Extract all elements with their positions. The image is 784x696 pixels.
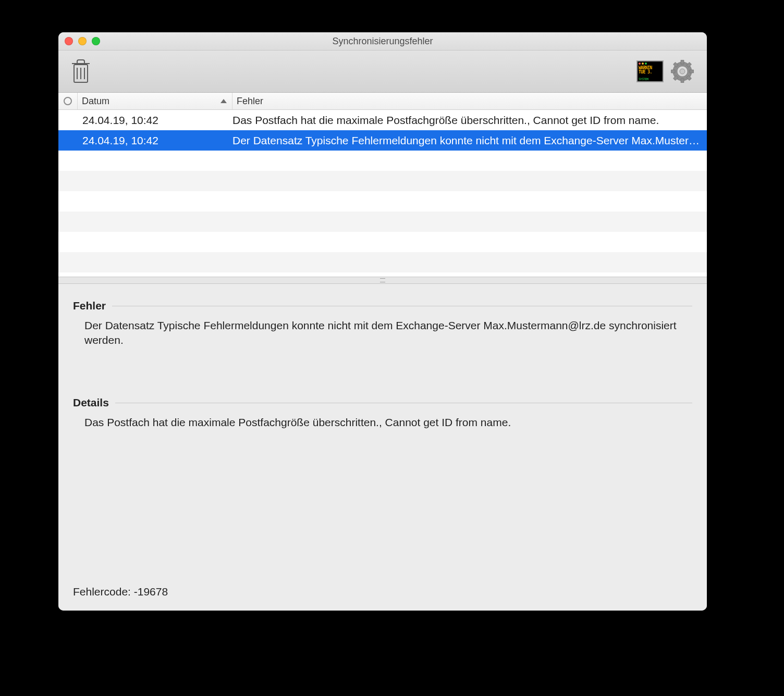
table-row-empty: [58, 272, 707, 277]
zoom-window-button[interactable]: [92, 37, 100, 45]
table-row-empty: [58, 171, 707, 191]
column-header-date[interactable]: Datum: [78, 93, 232, 109]
splitter-grip-icon: [380, 278, 385, 282]
sync-errors-window: Synchronisierungsfehler WARNINTUE 3. SYS: [58, 32, 707, 611]
column-header-status[interactable]: [58, 93, 78, 109]
titlebar: Synchronisierungsfehler: [58, 32, 707, 51]
error-code-label: Fehlercode:: [73, 586, 131, 598]
error-section-label-text: Fehler: [73, 300, 106, 312]
table-row-empty: [58, 151, 707, 171]
window-title: Synchronisierungsfehler: [58, 36, 707, 47]
table-header: Datum Fehler: [58, 93, 707, 110]
svg-rect-5: [681, 79, 684, 83]
sort-ascending-icon: [220, 99, 227, 103]
settings-button[interactable]: [667, 56, 697, 86]
svg-rect-4: [681, 60, 684, 64]
cell-date: 24.04.19, 10:42: [77, 134, 227, 147]
divider: [115, 403, 692, 403]
divider: [112, 306, 692, 306]
warning-log-icon: WARNINTUE 3. SYSTEM: [636, 60, 664, 82]
table-row-empty: [58, 252, 707, 272]
cell-error: Der Datensatz Typische Fehlermeldungen k…: [227, 134, 707, 147]
details-section-label: Details: [73, 396, 692, 409]
table-row[interactable]: 24.04.19, 10:42Das Postfach hat die maxi…: [58, 110, 707, 130]
error-code-value: -19678: [134, 586, 168, 598]
column-header-date-label: Datum: [82, 96, 109, 107]
system-log-button[interactable]: WARNINTUE 3. SYSTEM: [635, 56, 665, 86]
error-code: Fehlercode: -19678: [73, 570, 692, 598]
close-window-button[interactable]: [65, 37, 73, 45]
column-header-error[interactable]: Fehler: [232, 93, 707, 109]
table-row[interactable]: 24.04.19, 10:42Der Datensatz Typische Fe…: [58, 130, 707, 151]
toolbar: WARNINTUE 3. SYSTEM: [58, 51, 707, 93]
details-section-body: Das Postfach hat die maximale Postfachgr…: [73, 415, 692, 467]
traffic-lights: [65, 37, 100, 45]
delete-button[interactable]: [66, 56, 96, 86]
svg-rect-6: [671, 70, 675, 73]
error-section-label: Fehler: [73, 300, 692, 312]
table-row-empty: [58, 232, 707, 252]
svg-rect-7: [690, 70, 694, 73]
error-table: Datum Fehler 24.04.19, 10:42Das Postfach…: [58, 93, 707, 277]
details-pane: Fehler Der Datensatz Typische Fehlermeld…: [58, 284, 707, 611]
table-body: 24.04.19, 10:42Das Postfach hat die maxi…: [58, 110, 707, 277]
cell-error: Das Postfach hat die maximale Postfachgr…: [227, 114, 707, 127]
details-section-label-text: Details: [73, 396, 109, 409]
error-section-body: Der Datensatz Typische Fehlermeldungen k…: [73, 318, 692, 370]
table-row-empty: [58, 191, 707, 212]
gear-icon: [671, 60, 694, 83]
column-header-error-label: Fehler: [237, 96, 263, 107]
pane-splitter[interactable]: [58, 277, 707, 284]
trash-icon: [70, 58, 92, 84]
status-dot-icon: [64, 97, 72, 105]
cell-date: 24.04.19, 10:42: [77, 114, 227, 127]
table-row-empty: [58, 212, 707, 232]
svg-point-12: [680, 69, 685, 74]
minimize-window-button[interactable]: [78, 37, 87, 45]
